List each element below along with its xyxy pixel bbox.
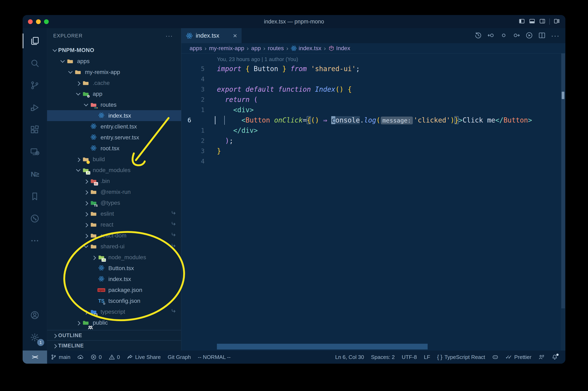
status-sync[interactable] — [74, 351, 87, 364]
chevron-right-icon[interactable] — [83, 189, 90, 196]
status-git-graph[interactable]: Git Graph — [164, 351, 195, 364]
tree-item-apps[interactable]: apps — [47, 56, 181, 67]
code-editor[interactable]: You, 23 hours ago | 1 author (You)5impor… — [181, 53, 565, 351]
customize-layout-icon[interactable] — [553, 18, 560, 25]
chevron-down-icon[interactable] — [59, 58, 66, 65]
tree-item--bin[interactable]: 01.bin — [47, 176, 181, 187]
chevron-right-icon[interactable] — [75, 156, 82, 163]
tree-item-index-tsx[interactable]: index.tsx — [47, 274, 181, 285]
explorer-more-actions-button[interactable]: ··· — [166, 32, 173, 39]
activity-item-remote-explorer[interactable] — [23, 141, 47, 163]
panel-left-icon[interactable] — [518, 18, 525, 25]
nav-dot-icon[interactable] — [500, 32, 507, 40]
activity-item-search[interactable] — [23, 52, 47, 74]
chevron-right-icon[interactable] — [83, 199, 90, 206]
tree-item-root-tsx[interactable]: root.tsx — [47, 143, 181, 154]
breadcrumb-item-app[interactable]: app — [251, 45, 261, 52]
close-tab-icon[interactable]: × — [233, 32, 237, 40]
tree-item-node-modules[interactable]: JSnode_modules — [47, 165, 181, 176]
panel-right-icon[interactable] — [539, 18, 546, 25]
tree-item-routes[interactable]: ●●●routes — [47, 99, 181, 110]
chevron-right-icon[interactable] — [83, 232, 90, 239]
tree-item-package-json[interactable]: npmpackage.json — [47, 285, 181, 295]
activity-item-extensions[interactable] — [23, 119, 47, 141]
nav-forward-icon[interactable] — [513, 32, 520, 40]
tree-item-public[interactable]: public — [47, 317, 181, 328]
panel-bottom-icon[interactable] — [529, 18, 535, 25]
chevron-down-icon[interactable] — [83, 101, 90, 108]
tree-item-index-tsx[interactable]: index.tsx — [47, 110, 181, 121]
activity-item-explorer[interactable] — [23, 30, 47, 52]
tree-item-react-dom[interactable]: react-dom — [47, 230, 181, 241]
tree-item-my-remix-app[interactable]: my-remix-app — [47, 67, 181, 78]
horizontal-scrollbar-slider[interactable] — [217, 344, 428, 349]
tab-index-tsx[interactable]: index.tsx × — [181, 28, 242, 43]
chevron-right-icon[interactable] — [75, 80, 82, 87]
chevron-right-icon[interactable] — [83, 178, 90, 185]
zoom-window-button[interactable] — [44, 19, 49, 24]
activity-item-source-control[interactable] — [23, 74, 47, 97]
breadcrumb-item-routes[interactable]: routes — [268, 45, 284, 52]
activity-item-bookmarks[interactable] — [23, 185, 47, 207]
tree-item--cache[interactable]: .cache — [47, 78, 181, 88]
chevron-down-icon[interactable] — [67, 69, 74, 76]
activity-item-git-graph[interactable] — [23, 207, 47, 230]
breadcrumb-item-apps[interactable]: apps — [190, 45, 202, 52]
status-feedback[interactable] — [535, 351, 548, 364]
tree-item--types[interactable]: TS@types — [47, 197, 181, 208]
vertical-scrollbar[interactable] — [561, 53, 565, 351]
section-outline[interactable]: OUTLINE — [47, 330, 181, 340]
tree-item--remix-run[interactable]: @remix-run — [47, 187, 181, 197]
chevron-right-icon[interactable] — [83, 210, 90, 217]
tree-root-pnpm-mono[interactable]: PNPM-MONO — [47, 45, 181, 56]
chevron-right-icon[interactable] — [83, 308, 90, 315]
chevron-down-icon[interactable] — [75, 167, 82, 174]
breadcrumb-item-index-tsx[interactable]: index.tsx — [291, 45, 321, 52]
minimize-window-button[interactable] — [36, 19, 41, 24]
chevron-right-icon[interactable] — [90, 254, 97, 261]
status-warnings[interactable]: 0 — [105, 351, 123, 364]
git-blame-codelens[interactable]: You, 23 hours ago | 1 author (You) — [217, 55, 298, 64]
tree-item-node-modules[interactable]: JSnode_modules — [47, 252, 181, 263]
status-prettier[interactable]: ✓✓Prettier — [502, 351, 535, 364]
status-eol[interactable]: LF — [420, 351, 434, 364]
nav-back-icon[interactable] — [487, 32, 495, 40]
activity-item-nx-console[interactable]: N≥ — [23, 163, 47, 185]
breadcrumb-item-index[interactable]: Index — [328, 45, 350, 52]
tree-item-button-tsx[interactable]: Button.tsx — [47, 263, 181, 274]
status-live-share[interactable]: Live Share — [123, 351, 164, 364]
tree-item-typescript[interactable]: TStypescript — [47, 306, 181, 317]
activity-item-settings[interactable]: 1 — [23, 326, 47, 348]
status-remote-indicator[interactable]: >< — [23, 351, 47, 364]
chevron-right-icon[interactable] — [83, 221, 90, 228]
status-copilot[interactable] — [489, 351, 502, 364]
tree-item-react[interactable]: react — [47, 219, 181, 230]
breadcrumb-item-my-remix-app[interactable]: my-remix-app — [209, 45, 244, 52]
tree-item-build[interactable]: ⬤build — [47, 154, 181, 165]
status-cursor-position[interactable]: Ln 6, Col 30 — [332, 351, 367, 364]
run-icon[interactable] — [525, 32, 533, 40]
chevron-down-icon[interactable] — [75, 91, 82, 98]
split-icon[interactable] — [538, 32, 546, 40]
status-language-mode[interactable]: { }TypeScript React — [434, 351, 489, 364]
activity-item-accounts[interactable] — [23, 304, 47, 326]
activity-item-more-views[interactable] — [23, 230, 47, 252]
activity-item-run-debug[interactable] — [23, 97, 47, 119]
tree-item-entry-client-tsx[interactable]: entry.client.tsx — [47, 121, 181, 132]
tree-item-app[interactable]: ⚙app — [47, 88, 181, 99]
status-encoding[interactable]: UTF-8 — [398, 351, 420, 364]
chevron-down-icon[interactable] — [83, 243, 90, 250]
status-vim-mode[interactable]: -- NORMAL -- — [194, 351, 234, 364]
status-git-branch[interactable]: main — [47, 351, 74, 364]
more-actions-icon[interactable]: ··· — [551, 31, 560, 40]
status-notifications[interactable] — [548, 351, 561, 364]
status-errors[interactable]: 0 — [87, 351, 105, 364]
chevron-right-icon[interactable] — [75, 319, 82, 326]
tree-item-entry-server-tsx[interactable]: entry.server.tsx — [47, 132, 181, 143]
close-window-button[interactable] — [28, 19, 33, 24]
tree-item-shared-ui[interactable]: shared-ui — [47, 241, 181, 252]
history-icon[interactable] — [475, 32, 482, 40]
section-timeline[interactable]: TIMELINE — [47, 340, 181, 351]
status-indentation[interactable]: Spaces: 2 — [367, 351, 398, 364]
tree-item-tsconfig-json[interactable]: TS⚙tsconfig.json — [47, 295, 181, 306]
